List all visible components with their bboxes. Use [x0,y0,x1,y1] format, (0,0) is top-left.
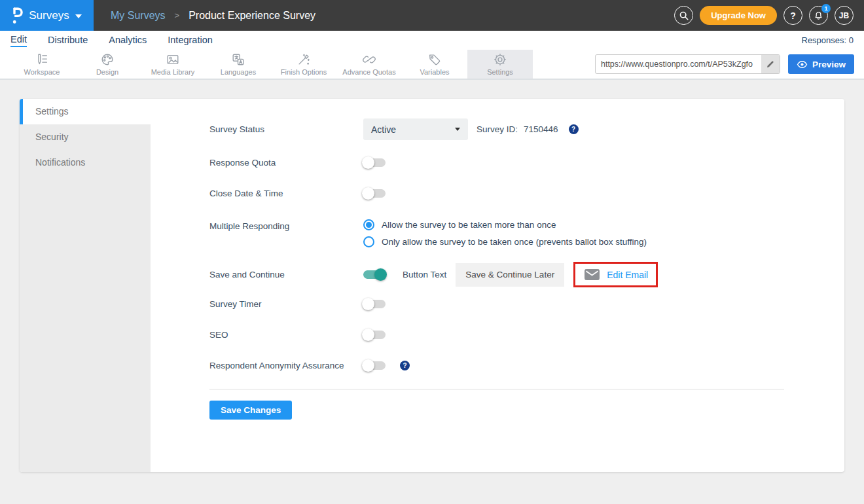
preview-label: Preview [812,60,846,69]
variables-tag-icon [427,52,442,67]
sidebar-item-security[interactable]: Security [20,124,151,150]
design-palette-icon [100,52,115,67]
radio-unselected-icon[interactable] [363,236,374,247]
survey-timer-label: Survey Timer [209,299,363,309]
survey-status-dropdown[interactable]: Active [363,118,468,140]
multiple-responding-options: Allow the survey to be taken more than o… [363,219,647,247]
search-button[interactable] [674,6,693,25]
sidebar-item-settings[interactable]: Settings [20,99,151,124]
sidebar-item-notifications[interactable]: Notifications [20,150,151,175]
avatar[interactable]: JB [835,6,854,25]
help-question-label: ? [790,10,796,21]
tab-distribute[interactable]: Distribute [48,35,88,46]
radio-option-once[interactable]: Only allow the survey to be taken once (… [363,236,647,247]
languages-icon [231,52,245,67]
survey-url-field[interactable]: https://www.questionpro.com/t/AP53kZgfo [595,54,780,74]
radio-option-multiple[interactable]: Allow the survey to be taken more than o… [363,219,647,230]
edit-url-button[interactable] [761,55,780,73]
settings-panel: Settings Security Notifications Survey S… [20,99,844,472]
upgrade-now-button[interactable]: Upgrade Now [700,6,777,25]
preview-button[interactable]: Preview [788,54,854,74]
toolbar-item-label: Workspace [24,68,60,76]
chevron-down-icon [75,14,82,18]
respondent-anonymity-row: Respondent Anonymity Assurance ? [209,361,784,370]
toggle-knob [374,268,387,281]
breadcrumb-separator: > [175,10,180,20]
toolbar-item-label: Design [96,68,118,76]
settings-form: Survey Status Active Survey ID: 7150446 … [151,99,844,472]
settings-gear-icon [493,52,507,67]
survey-status-value: Active [371,124,396,135]
notifications-button[interactable]: 1 [809,6,828,25]
toolbar-item-label: Advance Quotas [342,68,395,76]
multiple-responding-row: Multiple Responding Allow the survey to … [209,219,784,247]
breadcrumb-survey-title: Product Experience Survey [189,10,315,22]
help-button[interactable]: ? [783,6,802,25]
seo-toggle[interactable] [363,331,386,339]
survey-id-help-icon[interactable]: ? [569,124,579,134]
settings-sidebar: Settings Security Notifications [20,99,151,472]
toolbar-item-label: Settings [487,68,513,76]
edit-email-link[interactable]: Edit Email [607,270,648,280]
edit-email-highlight-box: Edit Email [573,262,658,287]
survey-timer-row: Survey Timer [209,299,784,309]
toolbar-item-variables[interactable]: Variables [402,50,467,79]
advance-quotas-link-icon [362,52,376,67]
toolbar-item-settings[interactable]: Settings [467,50,533,79]
toggle-knob [362,156,374,169]
radio-selected-icon[interactable] [363,219,374,230]
response-quota-toggle[interactable] [363,158,386,167]
questionpro-logo-icon [12,7,23,24]
toolbar-item-media-library[interactable]: Media Library [140,50,206,79]
breadcrumb: My Surveys > Product Experience Survey [111,0,315,31]
edit-pencil-icon [766,60,774,69]
workspace-icon [35,52,49,67]
top-header-bar: Surveys My Surveys > Product Experience … [0,0,864,31]
eye-icon [797,60,808,69]
notification-badge: 1 [821,4,831,13]
toolbar-item-design[interactable]: Design [75,50,140,79]
toolbar-item-label: Variables [420,68,449,76]
toolbar-item-label: Finish Options [281,68,327,76]
app-logo-menu[interactable]: Surveys [0,0,94,31]
survey-timer-toggle[interactable] [363,300,386,308]
toolbar-item-advance-quotas[interactable]: Advance Quotas [336,50,402,79]
avatar-initials: JB [839,11,849,20]
tab-integration[interactable]: Integration [168,35,213,46]
toggle-knob [362,298,374,310]
toggle-knob [362,359,374,372]
toolbar-item-workspace[interactable]: Workspace [9,50,75,79]
survey-status-label: Survey Status [209,124,363,134]
close-date-toggle[interactable] [363,189,386,198]
radio-option-label: Allow the survey to be taken more than o… [382,220,556,230]
survey-id-value: 7150446 [524,124,558,134]
save-changes-button[interactable]: Save Changes [209,401,292,420]
radio-option-label: Only allow the survey to be taken once (… [382,237,647,247]
tab-edit[interactable]: Edit [10,34,27,47]
header-actions: Upgrade Now ? 1 JB [674,0,864,31]
breadcrumb-my-surveys[interactable]: My Surveys [111,10,166,22]
toggle-knob [362,329,374,341]
multiple-responding-label: Multiple Responding [209,219,363,231]
survey-id-label: Survey ID: [477,124,518,134]
bell-icon [814,10,823,21]
respondent-anonymity-toggle[interactable] [363,361,386,370]
survey-nav: Edit Distribute Analytics Integration Re… [0,31,864,50]
save-and-continue-toggle[interactable] [363,270,386,279]
toolbar-item-languages[interactable]: Languages [206,50,271,79]
response-quota-row: Response Quota [209,158,784,168]
tab-analytics[interactable]: Analytics [109,35,147,46]
search-icon [679,10,689,20]
app-menu-label: Surveys [29,9,69,22]
toggle-knob [362,187,374,200]
finish-options-wand-icon [297,52,311,67]
toolbar-item-finish-options[interactable]: Finish Options [271,50,336,79]
button-text-input[interactable]: Save & Continue Later [456,263,564,287]
seo-label: SEO [209,330,363,340]
form-divider [209,389,784,389]
toolbar-right-actions: https://www.questionpro.com/t/AP53kZgfo … [595,50,864,79]
survey-status-row: Survey Status Active Survey ID: 7150446 … [209,118,784,140]
edit-toolbar: Workspace Design Media Library Languages… [0,50,864,80]
save-and-continue-row: Save and Continue Button Text Save & Con… [209,262,784,287]
respondent-anonymity-help-icon[interactable]: ? [400,361,410,370]
